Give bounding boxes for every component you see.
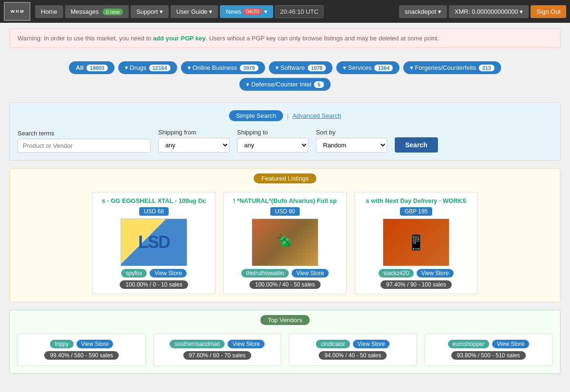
vendors-header: Top Vendors: [10, 310, 560, 330]
view-store-button[interactable]: View Store: [76, 340, 114, 348]
vendor-row: euroshopper View Store: [448, 340, 529, 348]
sort-by-select[interactable]: Random: [316, 138, 387, 153]
navbar: W H M Home Messages 0 new Support ▾ User…: [0, 0, 570, 23]
vendor-row: trippy View Store: [50, 340, 113, 348]
search-terms-label: Search terms: [18, 130, 151, 137]
xmr-button[interactable]: XMR: 0.000000000000 ▾: [449, 5, 529, 18]
messages-badge: 0 new: [103, 9, 123, 15]
rating-bar: 94.00% / 40 - 50 sales: [319, 351, 387, 360]
news-button[interactable]: News 04/20 ▾: [220, 5, 273, 18]
listing-card: s with Next Day Delivery - WORKS GBP 195…: [354, 192, 478, 294]
category-all-count: 18803: [86, 65, 108, 71]
search-terms-field: Search terms: [18, 130, 151, 153]
listing-image: 🪲: [252, 219, 318, 266]
news-badge: 04/20: [243, 8, 262, 15]
vendor-card: southernsandman View Store 97.60% / 60 -…: [153, 334, 282, 366]
vendor-tag: cindicator: [316, 340, 350, 348]
advanced-search-tab[interactable]: Advanced Search: [293, 112, 342, 119]
search-fields: Search terms Shipping from any Shipping …: [18, 129, 552, 153]
rating-bar: 100.00% / 40 - 50 sales: [249, 280, 321, 289]
vendors-grid: trippy View Store 99.40% / 580 - 590 sal…: [10, 330, 560, 373]
rating-bar: 99.40% / 580 - 590 sales: [44, 351, 119, 360]
vendors-label: Top Vendors: [260, 315, 310, 325]
account-button[interactable]: snackdepot ▾: [399, 5, 447, 18]
utc-clock: 20:46:10 UTC: [275, 5, 324, 18]
vendor-row: spyfox View Store: [121, 269, 187, 277]
vendor-tag: southernsandman: [170, 340, 225, 348]
listing-image: 📱: [383, 219, 449, 266]
listing-card: s - GG EGGSHELL XTAL - 100ug Dc USD 68 L…: [92, 192, 216, 294]
category-online-business[interactable]: ▾ Online Business 3979: [181, 61, 265, 74]
user-guide-button[interactable]: User Guide ▾: [171, 5, 218, 18]
listing-title[interactable]: s - GG EGGSHELL XTAL - 100ug Dc: [97, 197, 210, 204]
search-tabs: Simple Search | Advanced Search: [18, 110, 552, 121]
vendor-row: southernsandman View Store: [170, 340, 265, 348]
logo-image: W H M: [4, 2, 30, 21]
support-button[interactable]: Support ▾: [131, 5, 169, 18]
shipping-to-field: Shipping to any: [237, 129, 308, 153]
category-all[interactable]: All 18803: [69, 61, 114, 74]
view-store-button[interactable]: View Store: [228, 340, 265, 348]
category-software-count: 1078: [308, 65, 326, 71]
vendor-row: cindicator View Store: [316, 340, 390, 348]
view-store-button[interactable]: View Store: [292, 269, 329, 277]
vendor-tag: thetruthiswaitin: [241, 269, 289, 277]
listing-title[interactable]: s with Next Day Delivery - WORKS: [360, 197, 473, 204]
signout-button[interactable]: Sign Out: [531, 5, 566, 18]
tab-divider: |: [287, 112, 288, 119]
featured-listings-panel: Featured Listings s - GG EGGSHELL XTAL -…: [10, 168, 560, 302]
category-drugs[interactable]: ▾ Drugs 12164: [118, 61, 177, 74]
listing-price: USD 90: [270, 207, 300, 216]
listings-grid: s - GG EGGSHELL XTAL - 100ug Dc USD 68 L…: [10, 188, 560, 302]
listing-price: USD 68: [139, 207, 169, 216]
view-store-button[interactable]: View Store: [492, 340, 529, 348]
category-forgeries-count: 213: [479, 65, 494, 71]
rating-bar: 93.80% / 500 - 510 sales: [451, 351, 526, 360]
category-services[interactable]: ▾ Services 1364: [336, 61, 399, 74]
home-button[interactable]: Home: [35, 5, 63, 18]
vendor-tag: spyfox: [121, 269, 147, 277]
shipping-to-select[interactable]: any: [237, 138, 308, 153]
simple-search-tab[interactable]: Simple Search: [229, 110, 284, 121]
warning-text-after: . Users wihout a PGP key can only browse…: [206, 35, 439, 42]
category-forgeries[interactable]: ▾ Forgeries/Counterfeits 213: [403, 61, 501, 74]
view-store-button[interactable]: View Store: [150, 269, 187, 277]
featured-header: Featured Listings: [10, 169, 560, 188]
search-button[interactable]: Search: [395, 137, 438, 153]
rating-bar: 97.60% / 60 - 70 sales: [183, 351, 251, 360]
view-store-button[interactable]: View Store: [353, 340, 390, 348]
vendor-row: thetruthiswaitin View Store: [241, 269, 329, 277]
shipping-from-field: Shipping from any: [158, 129, 229, 153]
category-defense-count: 5: [314, 81, 323, 88]
vendor-tag: trippy: [50, 340, 73, 348]
view-store-button[interactable]: View Store: [417, 269, 454, 277]
shipping-from-select[interactable]: any: [158, 138, 229, 153]
listing-image: LSD: [121, 219, 187, 266]
logo: W H M: [4, 2, 30, 21]
search-section: Simple Search | Advanced Search Search t…: [10, 102, 560, 161]
rating-bar: 97.40% / 90 - 100 sales: [380, 280, 452, 289]
search-terms-input[interactable]: [18, 139, 151, 153]
category-online-business-count: 3979: [240, 65, 258, 71]
listing-title[interactable]: ! *NATURAL*(Bufo Alvarius) Full sp: [228, 197, 342, 204]
shipping-to-label: Shipping to: [237, 129, 308, 136]
category-services-count: 1364: [374, 65, 392, 71]
vendor-card: euroshopper View Store 93.80% / 500 - 51…: [425, 334, 553, 366]
listing-card: ! *NATURAL*(Bufo Alvarius) Full sp USD 9…: [223, 192, 347, 294]
shipping-from-label: Shipping from: [158, 129, 229, 136]
categories-bar: All 18803 ▾ Drugs 12164 ▾ Online Busines…: [0, 54, 570, 78]
vendor-tag: stackz420: [379, 269, 414, 277]
warning-bar: Warning: In order to use this market, yo…: [10, 29, 560, 48]
rating-bar: 100.00% / 0 - 10 sales: [120, 280, 188, 289]
sort-by-label: Sort by: [316, 129, 387, 136]
vendor-tag: euroshopper: [448, 340, 489, 348]
featured-label: Featured Listings: [254, 173, 316, 183]
vendor-card: trippy View Store 99.40% / 580 - 590 sal…: [18, 334, 146, 366]
category-software[interactable]: ▾ Software 1078: [269, 61, 332, 74]
messages-button[interactable]: Messages 0 new: [65, 5, 129, 18]
category-defense[interactable]: ▾ Defense/Counter Intel 5: [239, 78, 330, 91]
vendor-row: stackz420 View Store: [379, 269, 454, 277]
sort-by-field: Sort by Random: [316, 129, 387, 153]
pgp-key-link[interactable]: add your PGP key: [153, 35, 206, 42]
warning-text-before: Warning: In order to use this market, yo…: [18, 35, 153, 42]
